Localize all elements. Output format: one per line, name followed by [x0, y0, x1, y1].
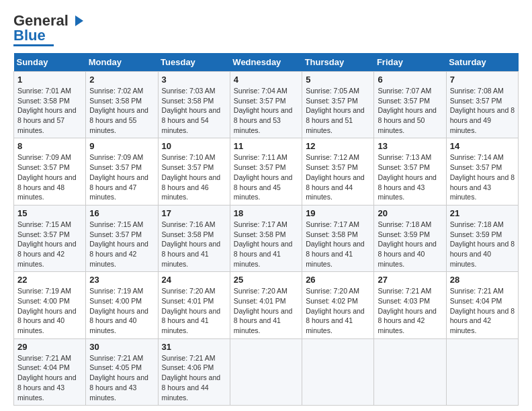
sunrise-label: Sunrise: 7:20 AM: [234, 287, 287, 295]
calendar-day-cell: 11 Sunrise: 7:11 AM Sunset: 3:57 PM Dayl…: [230, 138, 302, 205]
sunset-label: Sunset: 4:01 PM: [234, 297, 286, 305]
sunset-label: Sunset: 3:58 PM: [162, 230, 214, 238]
sunset-label: Sunset: 3:57 PM: [17, 230, 70, 238]
svg-marker-0: [75, 15, 83, 26]
calendar-day-cell: 16 Sunrise: 7:15 AM Sunset: 3:57 PM Dayl…: [86, 205, 158, 271]
calendar-week-row: 29 Sunrise: 7:21 AM Sunset: 4:04 PM Dayl…: [14, 338, 519, 405]
day-info: Sunrise: 7:07 AM Sunset: 3:57 PM Dayligh…: [378, 86, 442, 135]
calendar-day-cell: 20 Sunrise: 7:18 AM Sunset: 3:59 PM Dayl…: [374, 205, 446, 271]
day-number: 10: [162, 141, 226, 151]
calendar-day-cell: 17 Sunrise: 7:16 AM Sunset: 3:58 PM Dayl…: [158, 205, 230, 271]
day-info: Sunrise: 7:18 AM Sunset: 3:59 PM Dayligh…: [450, 220, 515, 269]
column-header-thursday: Thursday: [302, 53, 374, 72]
sunset-label: Sunset: 3:57 PM: [378, 97, 430, 105]
sunset-label: Sunset: 3:59 PM: [450, 230, 502, 238]
day-number: 12: [306, 141, 370, 151]
day-number: 30: [89, 342, 154, 352]
sunset-label: Sunset: 3:57 PM: [89, 163, 142, 171]
sunset-label: Sunset: 3:59 PM: [378, 230, 430, 238]
day-number: 24: [162, 275, 226, 285]
daylight-label: Daylight hours and 8 hours and 41 minute…: [234, 240, 293, 267]
sunset-label: Sunset: 3:57 PM: [450, 97, 502, 105]
daylight-label: Daylight hours and 8 hours and 43 minute…: [450, 173, 515, 201]
logo-icon: [70, 13, 85, 28]
logo-underline: [13, 44, 54, 46]
daylight-label: Daylight hours and 8 hours and 50 minute…: [378, 106, 437, 134]
day-number: 5: [306, 75, 370, 85]
calendar-day-cell: 9 Sunrise: 7:09 AM Sunset: 3:57 PM Dayli…: [86, 138, 158, 205]
calendar-day-cell: 14 Sunrise: 7:14 AM Sunset: 3:57 PM Dayl…: [446, 138, 518, 205]
sunset-label: Sunset: 3:57 PM: [234, 97, 286, 105]
calendar-day-cell: 1 Sunrise: 7:01 AM Sunset: 3:58 PM Dayli…: [14, 72, 86, 138]
sunrise-label: Sunrise: 7:19 AM: [89, 287, 143, 295]
sunrise-label: Sunrise: 7:11 AM: [234, 153, 287, 161]
day-info: Sunrise: 7:02 AM Sunset: 3:58 PM Dayligh…: [89, 86, 154, 135]
calendar-day-cell: 6 Sunrise: 7:07 AM Sunset: 3:57 PM Dayli…: [374, 72, 446, 138]
calendar-week-row: 15 Sunrise: 7:15 AM Sunset: 3:57 PM Dayl…: [14, 205, 519, 271]
column-header-wednesday: Wednesday: [230, 53, 302, 72]
sunset-label: Sunset: 3:58 PM: [162, 97, 214, 105]
sunset-label: Sunset: 3:57 PM: [234, 163, 286, 171]
daylight-label: Daylight hours and 8 hours and 46 minute…: [162, 173, 221, 201]
day-info: Sunrise: 7:04 AM Sunset: 3:57 PM Dayligh…: [234, 86, 298, 135]
sunset-label: Sunset: 4:00 PM: [17, 297, 70, 305]
day-number: 13: [378, 141, 442, 151]
calendar-week-row: 22 Sunrise: 7:19 AM Sunset: 4:00 PM Dayl…: [14, 272, 519, 338]
sunrise-label: Sunrise: 7:20 AM: [162, 287, 216, 295]
day-number: 3: [162, 75, 226, 85]
sunrise-label: Sunrise: 7:15 AM: [17, 220, 71, 228]
logo-text: General: [13, 13, 69, 28]
sunrise-label: Sunrise: 7:21 AM: [162, 354, 216, 362]
calendar-day-cell: 26 Sunrise: 7:20 AM Sunset: 4:02 PM Dayl…: [302, 272, 374, 338]
day-number: 31: [162, 342, 226, 352]
day-info: Sunrise: 7:20 AM Sunset: 4:02 PM Dayligh…: [306, 286, 370, 335]
sunset-label: Sunset: 3:57 PM: [17, 163, 70, 171]
calendar-day-cell: 4 Sunrise: 7:04 AM Sunset: 3:57 PM Dayli…: [230, 72, 302, 138]
day-number: 28: [450, 275, 515, 285]
daylight-label: Daylight hours and 8 hours and 41 minute…: [306, 240, 365, 267]
calendar-day-cell: 27 Sunrise: 7:21 AM Sunset: 4:03 PM Dayl…: [374, 272, 446, 338]
sunrise-label: Sunrise: 7:21 AM: [378, 287, 431, 295]
sunset-label: Sunset: 4:04 PM: [450, 297, 502, 305]
sunset-label: Sunset: 4:06 PM: [162, 363, 214, 371]
daylight-label: Daylight hours and 8 hours and 43 minute…: [17, 373, 77, 401]
day-info: Sunrise: 7:05 AM Sunset: 3:57 PM Dayligh…: [306, 86, 370, 135]
sunrise-label: Sunrise: 7:19 AM: [17, 287, 71, 295]
sunrise-label: Sunrise: 7:21 AM: [17, 354, 71, 362]
daylight-label: Daylight hours and 8 hours and 40 minute…: [450, 240, 515, 267]
sunrise-label: Sunrise: 7:03 AM: [162, 87, 216, 95]
daylight-label: Daylight hours and 8 hours and 49 minute…: [450, 106, 515, 134]
day-number: 17: [162, 208, 226, 218]
calendar-day-cell: 31 Sunrise: 7:21 AM Sunset: 4:06 PM Dayl…: [158, 338, 230, 405]
sunrise-label: Sunrise: 7:05 AM: [306, 87, 359, 95]
logo: General Blue: [13, 13, 85, 46]
day-info: Sunrise: 7:20 AM Sunset: 4:01 PM Dayligh…: [234, 286, 298, 335]
day-info: Sunrise: 7:01 AM Sunset: 3:58 PM Dayligh…: [17, 86, 82, 135]
daylight-label: Daylight hours and 8 hours and 41 minute…: [162, 307, 221, 334]
sunrise-label: Sunrise: 7:21 AM: [89, 354, 143, 362]
day-number: 21: [450, 208, 515, 218]
sunset-label: Sunset: 3:57 PM: [306, 163, 358, 171]
day-number: 16: [89, 208, 154, 218]
sunrise-label: Sunrise: 7:10 AM: [162, 153, 216, 161]
sunrise-label: Sunrise: 7:17 AM: [234, 220, 287, 228]
daylight-label: Daylight hours and 8 hours and 55 minute…: [89, 106, 148, 134]
day-info: Sunrise: 7:15 AM Sunset: 3:57 PM Dayligh…: [17, 220, 82, 269]
sunrise-label: Sunrise: 7:20 AM: [306, 287, 359, 295]
day-info: Sunrise: 7:21 AM Sunset: 4:04 PM Dayligh…: [450, 286, 515, 335]
day-info: Sunrise: 7:21 AM Sunset: 4:04 PM Dayligh…: [17, 353, 82, 402]
calendar-day-cell: 7 Sunrise: 7:08 AM Sunset: 3:57 PM Dayli…: [446, 72, 518, 138]
sunset-label: Sunset: 3:57 PM: [162, 163, 214, 171]
day-info: Sunrise: 7:14 AM Sunset: 3:57 PM Dayligh…: [450, 152, 515, 201]
sunset-label: Sunset: 3:57 PM: [306, 97, 358, 105]
day-info: Sunrise: 7:21 AM Sunset: 4:03 PM Dayligh…: [378, 286, 442, 335]
sunrise-label: Sunrise: 7:02 AM: [89, 87, 143, 95]
day-number: 11: [234, 141, 298, 151]
day-number: 18: [234, 208, 298, 218]
calendar-week-row: 8 Sunrise: 7:09 AM Sunset: 3:57 PM Dayli…: [14, 138, 519, 205]
day-info: Sunrise: 7:17 AM Sunset: 3:58 PM Dayligh…: [234, 220, 298, 269]
daylight-label: Daylight hours and 8 hours and 43 minute…: [89, 373, 148, 401]
daylight-label: Daylight hours and 8 hours and 40 minute…: [89, 307, 148, 334]
sunrise-label: Sunrise: 7:17 AM: [306, 220, 359, 228]
calendar-day-cell: 8 Sunrise: 7:09 AM Sunset: 3:57 PM Dayli…: [14, 138, 86, 205]
